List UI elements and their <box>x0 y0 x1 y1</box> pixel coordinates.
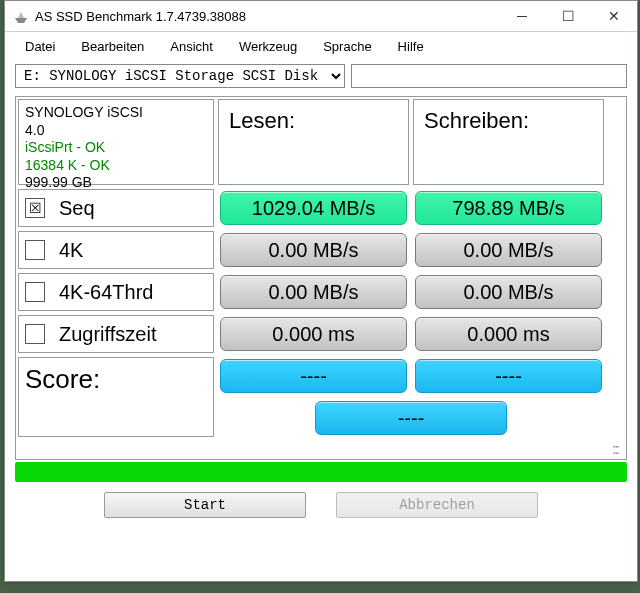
start-button[interactable]: Start <box>104 492 306 518</box>
menu-datei[interactable]: Datei <box>13 35 67 58</box>
drive-name: SYNOLOGY iSCSI <box>25 104 143 122</box>
menu-werkzeug[interactable]: Werkzeug <box>227 35 309 58</box>
4k64-read[interactable]: 0.00 MB/s <box>220 275 407 309</box>
maximize-button[interactable]: ☐ <box>545 1 591 31</box>
seq-write[interactable]: 798.89 MB/s <box>415 191 602 225</box>
checkbox-access[interactable] <box>25 324 45 344</box>
drive-driver: iScsiPrt - OK <box>25 139 105 157</box>
label-4k: 4K <box>59 239 83 262</box>
row-4k64-label: 4K-64Thrd <box>18 273 214 311</box>
resize-handle[interactable]: ::: <box>16 439 626 459</box>
checkbox-seq[interactable]: ☒ <box>25 198 45 218</box>
checkbox-4k64[interactable] <box>25 282 45 302</box>
header-write: Schreiben: <box>413 99 604 185</box>
menu-hilfe[interactable]: Hilfe <box>386 35 436 58</box>
app-icon <box>13 8 29 24</box>
4k64-write[interactable]: 0.00 MB/s <box>415 275 602 309</box>
menu-sprache[interactable]: Sprache <box>311 35 383 58</box>
access-write[interactable]: 0.000 ms <box>415 317 602 351</box>
row-4k-label: 4K <box>18 231 214 269</box>
path-input[interactable] <box>351 64 627 88</box>
checkbox-4k[interactable] <box>25 240 45 260</box>
header-read: Lesen: <box>218 99 409 185</box>
drive-firmware: 4.0 <box>25 122 44 140</box>
access-read[interactable]: 0.000 ms <box>220 317 407 351</box>
results-panel: SYNOLOGY iSCSI 4.0 iScsiPrt - OK 16384 K… <box>15 96 627 460</box>
close-button[interactable]: ✕ <box>591 1 637 31</box>
row-seq-label: ☒ Seq <box>18 189 214 227</box>
minimize-button[interactable]: ─ <box>499 1 545 31</box>
label-4k64: 4K-64Thrd <box>59 281 154 304</box>
label-access: Zugriffszeit <box>59 323 156 346</box>
score-write[interactable]: ---- <box>415 359 602 393</box>
drive-align: 16384 K - OK <box>25 157 110 175</box>
row-access-label: Zugriffszeit <box>18 315 214 353</box>
cancel-button: Abbrechen <box>336 492 538 518</box>
window-title: AS SSD Benchmark 1.7.4739.38088 <box>35 9 499 24</box>
menu-ansicht[interactable]: Ansicht <box>158 35 225 58</box>
score-total-cell: ---- <box>216 397 606 439</box>
seq-read[interactable]: 1029.04 MB/s <box>220 191 407 225</box>
score-read[interactable]: ---- <box>220 359 407 393</box>
titlebar: AS SSD Benchmark 1.7.4739.38088 ─ ☐ ✕ <box>5 1 637 32</box>
progress-bar <box>15 462 627 482</box>
drive-info: SYNOLOGY iSCSI 4.0 iScsiPrt - OK 16384 K… <box>18 99 214 185</box>
label-seq: Seq <box>59 197 95 220</box>
toolbar: E: SYNOLOGY iSCSI Storage SCSI Disk <box>5 60 637 96</box>
app-window: AS SSD Benchmark 1.7.4739.38088 ─ ☐ ✕ Da… <box>4 0 638 582</box>
button-row: Start Abbrechen <box>5 488 637 528</box>
score-label: Score: <box>18 357 214 437</box>
disk-select[interactable]: E: SYNOLOGY iSCSI Storage SCSI Disk <box>15 64 345 88</box>
4k-read[interactable]: 0.00 MB/s <box>220 233 407 267</box>
score-total[interactable]: ---- <box>315 401 507 435</box>
menubar: Datei Bearbeiten Ansicht Werkzeug Sprach… <box>5 32 637 60</box>
4k-write[interactable]: 0.00 MB/s <box>415 233 602 267</box>
menu-bearbeiten[interactable]: Bearbeiten <box>69 35 156 58</box>
